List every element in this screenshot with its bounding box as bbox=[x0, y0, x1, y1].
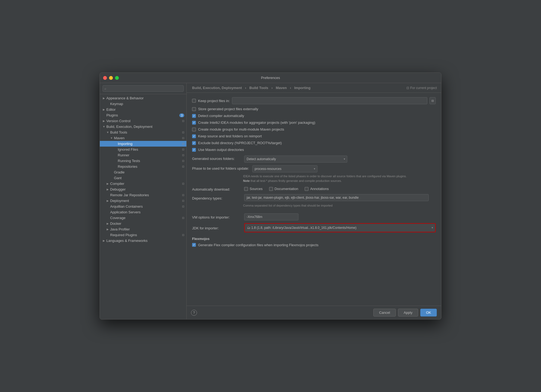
settings-content: Keep project files in: ⊟ Store generated… bbox=[187, 93, 441, 306]
sidebar-item-app-servers[interactable]: Application Servers bbox=[100, 209, 186, 215]
create-intellij-row: Create IntelliJ IDEA modules for aggrega… bbox=[192, 121, 436, 125]
sidebar-item-label: Languages & Frameworks bbox=[106, 239, 148, 243]
arrow-icon bbox=[110, 170, 113, 174]
arrow-icon bbox=[106, 193, 110, 197]
use-maven-label: Use Maven output directories bbox=[198, 148, 244, 152]
close-button[interactable] bbox=[103, 76, 107, 80]
store-generated-checkbox[interactable] bbox=[192, 107, 196, 111]
sidebar-item-label: Deployment bbox=[110, 199, 129, 203]
ext-icon: ⊡ bbox=[182, 119, 184, 122]
create-module-groups-row: Create module groups for multi-module Ma… bbox=[192, 127, 436, 131]
sidebar-item-label: Keymap bbox=[110, 102, 123, 106]
sidebar-item-ignored-files[interactable]: Ignored Files ⊡ bbox=[100, 147, 186, 152]
jdk-dropdown[interactable]: 🗂 1.8 (1.8, path: /Library/Java/JavaVirt… bbox=[245, 224, 435, 232]
sidebar-item-label: Build Tools bbox=[110, 130, 127, 134]
sidebar-item-build-exec[interactable]: ▼ Build, Execution, Deployment bbox=[100, 124, 186, 129]
ok-button[interactable]: OK bbox=[420, 309, 437, 317]
documentation-checkbox[interactable] bbox=[269, 187, 273, 191]
ext-icon: ⊡ bbox=[182, 148, 184, 151]
generate-flex-checkbox[interactable] bbox=[192, 243, 196, 247]
generated-sources-dropdown[interactable]: Detect automatically Generated source ro… bbox=[244, 156, 347, 163]
sources-checkbox[interactable] bbox=[244, 187, 248, 191]
breadcrumb-sep: › bbox=[290, 86, 292, 90]
create-intellij-checkbox[interactable] bbox=[192, 121, 196, 125]
arrow-icon: ▶ bbox=[106, 227, 110, 231]
sidebar-item-appearance[interactable]: ▶ Appearance & Behavior bbox=[100, 95, 186, 101]
preferences-dialog: Preferences ⌕ ▶ Appearance & Behavior Ke… bbox=[100, 72, 441, 320]
sidebar-item-java-profiler[interactable]: ▶ Java Profiler bbox=[100, 226, 186, 232]
ext-icon: ⊡ bbox=[182, 205, 184, 208]
keep-project-files-input[interactable] bbox=[232, 97, 427, 104]
arrow-icon bbox=[106, 233, 110, 237]
dep-types-hint: Comma separated list of dependency types… bbox=[192, 203, 333, 208]
sidebar-item-editor[interactable]: ▶ Editor bbox=[100, 107, 186, 112]
phase-note: that all test-* phases firstly generate … bbox=[251, 179, 342, 182]
sidebar-item-deployment[interactable]: ▶ Deployment ⊡ bbox=[100, 198, 186, 204]
sidebar-item-repositories[interactable]: Repositories ⊡ bbox=[100, 164, 186, 169]
apply-button[interactable]: Apply bbox=[398, 309, 418, 317]
phase-dropdown[interactable]: process-resources generate-sources gener… bbox=[252, 165, 317, 172]
keep-project-files-checkbox[interactable] bbox=[192, 99, 196, 103]
keep-source-checkbox[interactable] bbox=[192, 134, 196, 138]
breadcrumb-part-4: Importing bbox=[294, 86, 310, 90]
sidebar-item-version-control[interactable]: ▶ Version Control ⊡ bbox=[100, 118, 186, 124]
annotations-checkbox[interactable] bbox=[305, 187, 308, 191]
sidebar-item-label: Application Servers bbox=[110, 210, 141, 214]
sidebar-item-gant[interactable]: Gant bbox=[100, 175, 186, 181]
sidebar-item-importing[interactable]: Importing ⊡ bbox=[100, 141, 186, 147]
vm-options-input[interactable] bbox=[244, 213, 298, 220]
ext-icon: ⊡ bbox=[182, 216, 184, 219]
create-module-groups-checkbox[interactable] bbox=[192, 128, 196, 131]
sidebar-item-lang-frameworks[interactable]: ▶ Languages & Frameworks bbox=[100, 238, 186, 244]
sidebar-item-label: Ignored Files bbox=[118, 147, 138, 151]
minimize-button[interactable] bbox=[109, 76, 113, 80]
dep-types-content bbox=[244, 194, 429, 201]
cancel-button[interactable]: Cancel bbox=[373, 309, 396, 317]
ext-icon: ⊡ bbox=[182, 199, 184, 202]
browse-folder-button[interactable]: ⊟ bbox=[429, 97, 436, 104]
breadcrumb-sep: › bbox=[271, 86, 273, 90]
sidebar-item-label: Maven bbox=[114, 136, 125, 140]
arrow-icon: ▶ bbox=[106, 199, 110, 203]
sidebar-item-docker[interactable]: ▶ Docker bbox=[100, 221, 186, 226]
sidebar-item-running-tests[interactable]: Running Tests ⊡ bbox=[100, 158, 186, 164]
sidebar-item-keymap[interactable]: Keymap bbox=[100, 101, 186, 107]
sources-checkbox-item[interactable]: Sources bbox=[244, 187, 263, 191]
sidebar-item-maven[interactable]: ▼ Maven ⊡ bbox=[100, 135, 186, 141]
sidebar-item-coverage[interactable]: Coverage ⊡ bbox=[100, 215, 186, 221]
detect-compiler-label: Detect compiler automatically bbox=[198, 114, 244, 118]
exclude-build-checkbox[interactable] bbox=[192, 141, 196, 145]
dependency-types-input[interactable] bbox=[244, 194, 429, 201]
jdk-dropdown-wrapper: 🗂 1.8 (1.8, path: /Library/Java/JavaVirt… bbox=[244, 223, 436, 232]
sidebar-tree: ▶ Appearance & Behavior Keymap ▶ Editor … bbox=[100, 94, 186, 319]
sidebar-item-plugins[interactable]: Plugins 3 bbox=[100, 112, 186, 118]
generated-sources-row: Generated sources folders: Detect automa… bbox=[192, 156, 436, 163]
sidebar-item-label: Gant bbox=[114, 176, 122, 180]
arrow-icon: ▶ bbox=[102, 239, 106, 243]
sidebar-item-build-tools[interactable]: ▼ Build Tools ⊡ bbox=[100, 129, 186, 135]
help-button[interactable]: ? bbox=[191, 310, 197, 316]
documentation-label: Documentation bbox=[275, 187, 298, 191]
sidebar-item-label: Arquillian Containers bbox=[110, 204, 143, 208]
jdk-row: JDK for importer: 🗂 1.8 (1.8, path: /Lib… bbox=[192, 223, 436, 232]
arrow-icon: ▶ bbox=[106, 222, 110, 226]
sidebar-item-label: Appearance & Behavior bbox=[106, 96, 144, 100]
maximize-button[interactable] bbox=[115, 76, 119, 80]
sidebar-item-compiler[interactable]: ▶ Compiler ⊡ bbox=[100, 181, 186, 186]
sources-label: Sources bbox=[250, 187, 263, 191]
sidebar-item-arquillian[interactable]: Arquillian Containers ⊡ bbox=[100, 204, 186, 209]
sidebar-item-runner[interactable]: Runner ⊡ bbox=[100, 152, 186, 158]
arrow-icon: ▼ bbox=[102, 125, 106, 129]
search-input[interactable] bbox=[103, 85, 184, 92]
detect-compiler-checkbox[interactable] bbox=[192, 114, 196, 118]
documentation-checkbox-item[interactable]: Documentation bbox=[269, 187, 298, 191]
sidebar-item-gradle[interactable]: Gradle bbox=[100, 169, 186, 175]
use-maven-checkbox[interactable] bbox=[192, 148, 196, 152]
for-current-project: ⊡ For current project bbox=[406, 86, 437, 90]
annotations-checkbox-item[interactable]: Annotations bbox=[305, 187, 329, 191]
annotations-label: Annotations bbox=[310, 187, 329, 191]
sidebar-item-debugger[interactable]: ▶ Debugger bbox=[100, 186, 186, 192]
sidebar-item-label: Debugger bbox=[110, 187, 126, 191]
sidebar-item-required-plugins[interactable]: Required Plugins ⊡ bbox=[100, 232, 186, 238]
sidebar-item-remote-jar[interactable]: Remote Jar Repositories ⊡ bbox=[100, 192, 186, 198]
